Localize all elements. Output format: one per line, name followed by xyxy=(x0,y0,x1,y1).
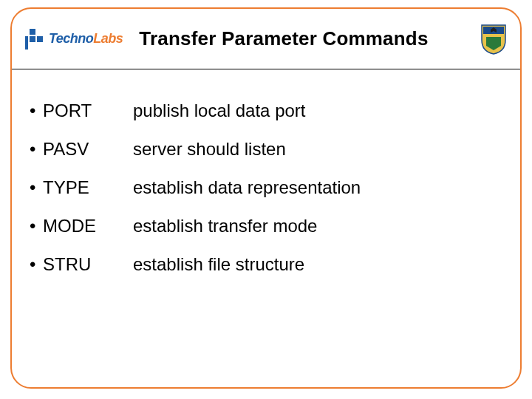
logo-text-part1: Techno xyxy=(49,31,93,47)
bullet-icon: • xyxy=(30,100,43,121)
command-desc: establish file structure xyxy=(133,254,502,275)
command-desc: publish local data port xyxy=(133,100,502,121)
technolabs-logo: TechnoLabs xyxy=(25,29,123,50)
slide-header: TechnoLabs Transfer Parameter Commands xyxy=(12,9,520,69)
command-row: • STRU establish file structure xyxy=(30,254,502,275)
logo-text-part2: Labs xyxy=(93,31,123,47)
slide-content: • PORT publish local data port • PASV se… xyxy=(12,69,520,275)
bullet-icon: • xyxy=(30,254,43,275)
command-name: PORT xyxy=(43,100,133,121)
command-name: TYPE xyxy=(43,177,133,198)
command-desc: establish data representation xyxy=(133,177,502,198)
command-row: • PORT publish local data port xyxy=(30,100,502,121)
command-name: PASV xyxy=(43,139,133,160)
command-row: • PASV server should listen xyxy=(30,139,502,160)
slide-frame: TechnoLabs Transfer Parameter Commands •… xyxy=(10,7,522,389)
command-row: • TYPE establish data representation xyxy=(30,177,502,198)
command-row: • MODE establish transfer mode xyxy=(30,216,502,236)
logo-text: TechnoLabs xyxy=(49,31,123,47)
command-name: MODE xyxy=(43,216,133,236)
command-name: STRU xyxy=(43,254,133,275)
slide-title: Transfer Parameter Commands xyxy=(139,27,428,50)
bullet-icon: • xyxy=(30,216,43,236)
crest-icon xyxy=(480,24,507,55)
bullet-icon: • xyxy=(30,139,43,160)
logo-mark-icon xyxy=(25,29,46,50)
command-desc: server should listen xyxy=(133,139,502,160)
bullet-icon: • xyxy=(30,177,43,198)
command-desc: establish transfer mode xyxy=(133,216,502,236)
